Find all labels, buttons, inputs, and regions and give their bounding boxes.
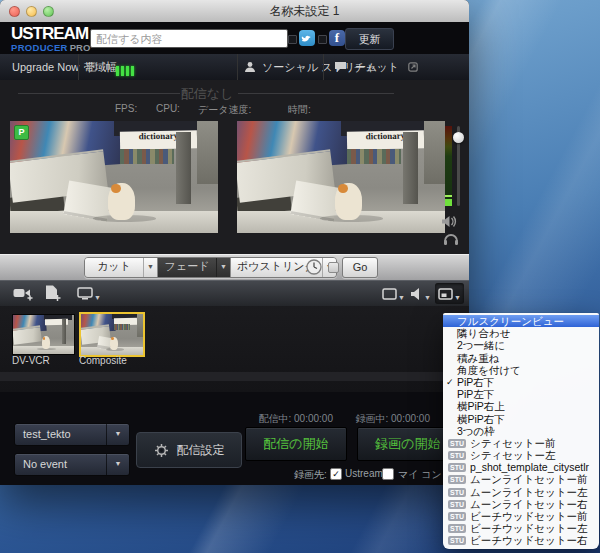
camera-add-icon [13, 286, 34, 301]
chevron-down-icon[interactable]: ▼ [216, 258, 230, 277]
external-link-icon [408, 62, 418, 72]
menu-item[interactable]: 隣り合わせ [443, 327, 599, 339]
record-dest-label: 録画先: [294, 468, 327, 482]
dest-ustream-checkbox[interactable]: ✓ [330, 468, 342, 480]
studio-badge: STU [448, 439, 466, 448]
menu-item-template[interactable]: STUビーチウッドセットー左 [443, 522, 599, 534]
zoom-button[interactable] [43, 6, 54, 17]
stats-row: FPS: CPU: データ速度: 時間: [0, 103, 469, 117]
chevron-down-icon[interactable]: ▼ [143, 258, 157, 277]
shot-thumbnail-composite[interactable]: dictionary [79, 312, 145, 357]
display-options-button[interactable]: ▼ [379, 283, 408, 304]
headphone-icon[interactable] [443, 232, 459, 250]
studio-badge: STU [448, 524, 466, 533]
person-icon [244, 61, 256, 73]
menu-item[interactable]: 3つの枠 [443, 425, 599, 437]
time-label: 時間: [288, 103, 311, 117]
menu-item[interactable]: 横PiP右下 [443, 413, 599, 425]
cpu-label: CPU: [156, 103, 180, 114]
menu-item-checked[interactable]: ✓PiP右下 [443, 376, 599, 388]
datarate-label: データ速度: [198, 103, 251, 117]
menu-item-template[interactable]: STUビーチウッドセットー右 [443, 534, 599, 546]
twitter-icon[interactable] [299, 30, 315, 46]
dest-computer-checkbox[interactable] [382, 468, 394, 480]
audio-column [437, 124, 465, 252]
show-select-dropdown[interactable]: test_tekto ▼ [14, 423, 130, 446]
menu-item-template[interactable]: STUビーチウッドセットー前 [443, 510, 599, 522]
program-badge: P [14, 125, 29, 140]
logo-producer: PRODUCER [11, 42, 68, 53]
transition-cut-button[interactable]: カット▼ [85, 258, 157, 277]
facebook-share-checkbox[interactable] [318, 35, 327, 44]
menu-item[interactable]: PiP左下 [443, 388, 599, 400]
shot-thumbnail-dvvcr[interactable]: dictionary [12, 314, 75, 355]
transition-duration-clock-icon[interactable] [306, 259, 322, 275]
volume-slider-knob[interactable] [453, 132, 464, 143]
studio-badge: STU [448, 536, 466, 545]
status-toolbar: Upgrade Now 帯域幅 ソーシャル ストリーム チャット [0, 54, 469, 81]
broadcast-settings-button[interactable]: 配信設定 [136, 432, 242, 468]
shot-label: Composite [79, 355, 127, 366]
fps-label: FPS: [115, 103, 137, 114]
add-camera-button[interactable] [10, 283, 37, 304]
facebook-icon[interactable]: f [329, 30, 345, 46]
chevron-down-icon: ▼ [398, 294, 405, 301]
menu-item-template[interactable]: STUシティセットー前 [443, 437, 599, 449]
studio-badge: STU [448, 463, 466, 472]
transition-bar: カット▼ フェード▼ ポウストリング▼ Go [0, 254, 469, 281]
titlebar[interactable]: 名称未設定 1 [0, 0, 469, 23]
studio-badge: STU [448, 512, 466, 521]
desktop: 名称未設定 1 USTREAM PRODUCERPRO f 更新 Upgrade… [0, 0, 600, 553]
monitor-icon [77, 287, 93, 300]
minimize-button[interactable] [26, 6, 37, 17]
speaker-monitor-icon[interactable] [441, 214, 459, 232]
studio-badge: STU [448, 488, 466, 497]
logo-ustream: USTREAM [11, 25, 90, 42]
preview-monitor[interactable]: dictionary [237, 121, 445, 233]
layout-options-button[interactable]: ▼ [435, 283, 464, 304]
menu-item-template[interactable]: STUムーンライトセットー右 [443, 498, 599, 510]
broadcast-description-input[interactable] [90, 29, 288, 48]
broadcast-state-label: 配信なし [0, 85, 414, 103]
screen-source-button[interactable]: ▼ [74, 283, 104, 304]
menu-item-template[interactable]: STUムーンライトセットー左 [443, 486, 599, 498]
thumbnail-scene: dictionary [81, 314, 143, 355]
speaker-icon [410, 288, 423, 300]
start-broadcast-button[interactable]: 配信の開始 [245, 427, 347, 461]
chat-button[interactable]: チャット [334, 54, 418, 80]
menu-item[interactable]: 横PiP右上 [443, 400, 599, 412]
audio-level-meter [445, 126, 452, 206]
chevron-down-icon[interactable]: ▼ [106, 424, 129, 445]
menu-item[interactable]: 積み重ね [443, 352, 599, 364]
add-media-button[interactable] [42, 283, 64, 304]
video-scene: dictionary [237, 121, 445, 233]
divider [238, 93, 394, 94]
menu-item-template[interactable]: STUシティセットー左 [443, 449, 599, 461]
thumbnail-scene: dictionary [13, 315, 74, 354]
shot-label: DV-VCR [12, 355, 50, 366]
bandwidth-meter [116, 62, 136, 80]
chevron-down-icon: ▼ [94, 294, 101, 301]
update-button[interactable]: 更新 [345, 28, 394, 50]
program-preview[interactable]: dictionary P [10, 121, 218, 233]
menu-item[interactable]: 2つ一緒に [443, 339, 599, 351]
file-add-icon [45, 285, 61, 302]
menu-item[interactable]: 角度を付けて [443, 364, 599, 376]
menu-item-fullscreen[interactable]: フルスクリーンビュー [443, 315, 599, 327]
transition-mini-button[interactable] [328, 262, 339, 273]
record-timer: 録画中: 00:00:00 [330, 412, 430, 426]
menu-item-template[interactable]: STUムーンライトセットー前 [443, 473, 599, 485]
close-button[interactable] [9, 6, 20, 17]
transition-fade-button[interactable]: フェード▼ [157, 258, 230, 277]
audio-options-button[interactable]: ▼ [407, 283, 434, 304]
header: USTREAM PRODUCERPRO f 更新 [0, 22, 469, 54]
pip-layout-icon [438, 288, 453, 300]
menu-item-template[interactable]: STUp_shot_template_citysetlr [443, 461, 599, 473]
ustream-logo: USTREAM PRODUCERPRO [11, 25, 90, 53]
logo-pro: PRO [70, 42, 91, 53]
twitter-share-checkbox[interactable] [288, 35, 297, 44]
go-button[interactable]: Go [342, 257, 378, 278]
shot-toolbar: ▼ ▼ ▼ ▼ [0, 280, 469, 308]
divider [18, 93, 180, 94]
bottom-panel: test_tekto ▼ No event ▼ 配信設定 配信中: 00:00:… [0, 392, 469, 485]
